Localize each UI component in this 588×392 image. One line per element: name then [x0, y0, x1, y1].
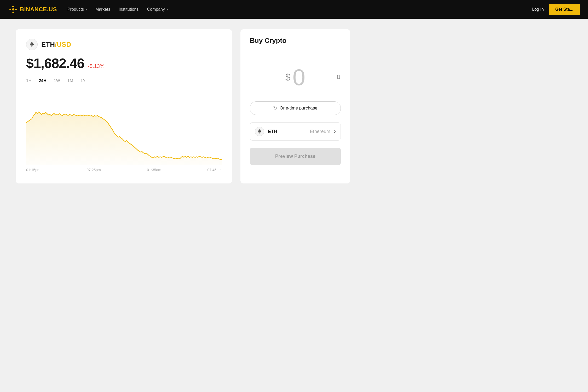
chevron-down-icon: ▾ [166, 8, 168, 11]
chart-area: 01:15pm 07:25pm 01:35am 07:45am [26, 91, 222, 175]
purchase-type-button[interactable]: ↻ One-time purchase [250, 101, 341, 115]
asset-pair: ETH/USD [41, 41, 71, 49]
ethereum-logo [29, 41, 35, 48]
login-button[interactable]: Log In [532, 7, 544, 12]
svg-marker-13 [260, 129, 261, 132]
navbar: BINANCE.US Products ▾ Markets Institutio… [0, 0, 588, 19]
price-value: $1,682.46 [26, 55, 84, 71]
time-filter-1m[interactable]: 1M [67, 77, 73, 84]
swap-icon[interactable]: ⇅ [336, 74, 341, 81]
nav-item-institutions[interactable]: Institutions [119, 7, 139, 12]
asset-code: ETH [268, 129, 306, 134]
price-row: $1,682.46 -5.13% [26, 55, 222, 71]
buy-card: Buy Crypto $ 0 ⇅ ↻ One-time purchase [240, 29, 350, 183]
svg-marker-9 [32, 42, 34, 45]
time-filters: 1H 24H 1W 1M 1Y [26, 77, 222, 84]
logo-text: BINANCE.US [20, 6, 57, 13]
ethereum-selector-logo [257, 129, 262, 134]
amount-display[interactable]: $ 0 ⇅ [250, 61, 341, 94]
svg-marker-4 [15, 8, 17, 10]
chart-label-2: 07:25pm [87, 168, 101, 172]
nav-item-markets[interactable]: Markets [95, 7, 110, 12]
get-started-button[interactable]: Get Sta... [549, 4, 580, 15]
price-change: -5.13% [88, 63, 104, 69]
asset-base: ETH [41, 41, 55, 48]
currency-symbol: $ [285, 72, 291, 83]
svg-marker-2 [12, 11, 14, 13]
nav-links: Products ▾ Markets Institutions Company … [67, 7, 522, 12]
chart-label-1: 01:15pm [26, 168, 40, 172]
buy-title: Buy Crypto [250, 37, 286, 44]
svg-marker-1 [12, 6, 14, 8]
chart-label-4: 07:45am [207, 168, 222, 172]
time-filter-1h[interactable]: 1H [26, 77, 31, 84]
page-content: ETH/USD $1,682.46 -5.13% 1H 24H 1W 1M 1Y [0, 19, 366, 194]
time-filter-1w[interactable]: 1W [54, 77, 60, 84]
chart-label-3: 01:35am [147, 168, 161, 172]
logo[interactable]: BINANCE.US [8, 5, 57, 14]
time-filter-1y[interactable]: 1Y [80, 77, 86, 84]
buy-card-header: Buy Crypto [240, 29, 350, 52]
preview-purchase-button[interactable]: Preview Purchase [250, 148, 341, 165]
chart-labels: 01:15pm 07:25pm 01:35am 07:45am [26, 166, 222, 172]
eth-icon [26, 39, 38, 50]
asset-name: Ethereum [310, 129, 330, 134]
asset-selector[interactable]: ETH Ethereum › [250, 122, 341, 141]
nav-right: Log In Get Sta... [532, 4, 580, 15]
svg-marker-5 [12, 8, 15, 11]
asset-header: ETH/USD [26, 39, 222, 50]
chart-card: ETH/USD $1,682.46 -5.13% 1H 24H 1W 1M 1Y [16, 29, 232, 183]
chevron-right-icon: › [334, 128, 336, 135]
asset-quote: /USD [55, 41, 71, 48]
binance-logo-icon [8, 5, 18, 14]
time-filter-24h[interactable]: 24H [39, 77, 46, 84]
refresh-icon: ↻ [273, 105, 277, 111]
amount-value: 0 [293, 66, 305, 89]
chevron-down-icon: ▾ [85, 8, 87, 11]
asset-eth-icon [255, 127, 264, 136]
purchase-type-label: One-time purchase [280, 106, 318, 111]
nav-item-products[interactable]: Products ▾ [67, 7, 87, 12]
price-chart-svg [26, 91, 222, 165]
svg-marker-3 [9, 8, 11, 10]
buy-card-body: $ 0 ⇅ ↻ One-time purchase [240, 52, 350, 173]
nav-item-company[interactable]: Company ▾ [147, 7, 168, 12]
